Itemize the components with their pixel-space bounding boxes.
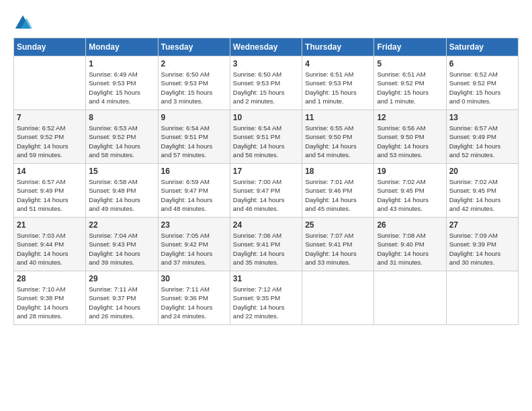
day-number: 26: [377, 220, 443, 230]
day-number: 20: [449, 167, 515, 176]
day-content: Sunrise: 7:10 AM Sunset: 9:38 PM Dayligh…: [17, 285, 83, 320]
day-number: 14: [17, 167, 83, 176]
day-number: 7: [17, 113, 83, 122]
day-number: 3: [233, 59, 299, 68]
day-content: Sunrise: 6:53 AM Sunset: 9:52 PM Dayligh…: [89, 124, 154, 159]
day-number: 24: [233, 220, 299, 230]
day-content: Sunrise: 7:02 AM Sunset: 9:45 PM Dayligh…: [449, 177, 515, 213]
day-content: Sunrise: 6:54 AM Sunset: 9:51 PM Dayligh…: [233, 124, 299, 159]
weekday-header-tuesday: Tuesday: [158, 38, 230, 56]
day-number: 17: [233, 167, 299, 176]
day-number: 6: [449, 59, 515, 68]
day-number: 21: [17, 220, 83, 230]
weekday-header-thursday: Thursday: [302, 38, 374, 56]
day-number: 28: [17, 274, 83, 283]
day-content: Sunrise: 7:06 AM Sunset: 9:41 PM Dayligh…: [233, 231, 299, 267]
day-content: Sunrise: 6:55 AM Sunset: 9:50 PM Dayligh…: [305, 124, 371, 159]
day-content: Sunrise: 6:49 AM Sunset: 9:53 PM Dayligh…: [89, 70, 154, 105]
day-number: 13: [449, 113, 515, 122]
calendar-cell: 6Sunrise: 6:52 AM Sunset: 9:52 PM Daylig…: [446, 56, 518, 110]
day-content: Sunrise: 6:50 AM Sunset: 9:53 PM Dayligh…: [161, 70, 227, 105]
day-number: 1: [89, 59, 154, 68]
day-content: Sunrise: 6:59 AM Sunset: 9:47 PM Dayligh…: [161, 177, 227, 213]
calendar-week-2: 7Sunrise: 6:52 AM Sunset: 9:52 PM Daylig…: [14, 110, 519, 164]
day-number: 2: [161, 59, 227, 68]
day-number: 27: [449, 220, 515, 230]
calendar-cell: 18Sunrise: 7:01 AM Sunset: 9:46 PM Dayli…: [302, 164, 374, 218]
calendar-cell: [446, 271, 518, 325]
calendar-week-3: 14Sunrise: 6:57 AM Sunset: 9:49 PM Dayli…: [14, 164, 519, 218]
day-number: 15: [89, 167, 154, 176]
weekday-header-friday: Friday: [374, 38, 446, 56]
day-number: 9: [161, 113, 227, 122]
calendar-cell: 12Sunrise: 6:56 AM Sunset: 9:50 PM Dayli…: [374, 110, 446, 164]
day-content: Sunrise: 6:54 AM Sunset: 9:51 PM Dayligh…: [161, 124, 227, 159]
day-content: Sunrise: 7:01 AM Sunset: 9:46 PM Dayligh…: [305, 177, 371, 213]
calendar-week-5: 28Sunrise: 7:10 AM Sunset: 9:38 PM Dayli…: [14, 271, 519, 325]
day-content: Sunrise: 7:11 AM Sunset: 9:37 PM Dayligh…: [89, 285, 154, 320]
weekday-header-sunday: Sunday: [14, 38, 86, 56]
day-content: Sunrise: 7:03 AM Sunset: 9:44 PM Dayligh…: [17, 231, 83, 267]
day-content: Sunrise: 6:57 AM Sunset: 9:49 PM Dayligh…: [17, 177, 83, 213]
day-number: 18: [305, 167, 371, 176]
day-content: Sunrise: 7:07 AM Sunset: 9:41 PM Dayligh…: [305, 231, 371, 267]
day-number: 19: [377, 167, 443, 176]
calendar-cell: [302, 271, 374, 325]
calendar-cell: 9Sunrise: 6:54 AM Sunset: 9:51 PM Daylig…: [158, 110, 230, 164]
day-content: Sunrise: 7:08 AM Sunset: 9:40 PM Dayligh…: [377, 231, 443, 267]
calendar-week-1: 1Sunrise: 6:49 AM Sunset: 9:53 PM Daylig…: [14, 56, 519, 110]
day-content: Sunrise: 7:04 AM Sunset: 9:43 PM Dayligh…: [89, 231, 154, 267]
calendar-cell: 25Sunrise: 7:07 AM Sunset: 9:41 PM Dayli…: [302, 218, 374, 271]
day-content: Sunrise: 6:52 AM Sunset: 9:52 PM Dayligh…: [17, 124, 83, 159]
calendar-cell: 24Sunrise: 7:06 AM Sunset: 9:41 PM Dayli…: [230, 218, 302, 271]
day-content: Sunrise: 6:51 AM Sunset: 9:52 PM Dayligh…: [377, 70, 443, 105]
calendar-week-4: 21Sunrise: 7:03 AM Sunset: 9:44 PM Dayli…: [14, 218, 519, 271]
day-number: 4: [305, 59, 371, 68]
calendar-cell: 30Sunrise: 7:11 AM Sunset: 9:36 PM Dayli…: [158, 271, 230, 325]
calendar-cell: 3Sunrise: 6:50 AM Sunset: 9:53 PM Daylig…: [230, 56, 302, 110]
calendar-cell: 11Sunrise: 6:55 AM Sunset: 9:50 PM Dayli…: [302, 110, 374, 164]
day-content: Sunrise: 7:11 AM Sunset: 9:36 PM Dayligh…: [161, 285, 227, 320]
calendar-cell: 31Sunrise: 7:12 AM Sunset: 9:35 PM Dayli…: [230, 271, 302, 325]
logo-icon: [13, 13, 32, 32]
day-content: Sunrise: 6:57 AM Sunset: 9:49 PM Dayligh…: [449, 124, 515, 159]
day-content: Sunrise: 7:09 AM Sunset: 9:39 PM Dayligh…: [449, 231, 515, 267]
calendar-cell: 29Sunrise: 7:11 AM Sunset: 9:37 PM Dayli…: [86, 271, 158, 325]
day-number: 16: [161, 167, 227, 176]
day-number: 29: [89, 274, 154, 283]
calendar-cell: 28Sunrise: 7:10 AM Sunset: 9:38 PM Dayli…: [14, 271, 86, 325]
calendar-cell: 13Sunrise: 6:57 AM Sunset: 9:49 PM Dayli…: [446, 110, 518, 164]
day-number: 30: [161, 274, 227, 283]
calendar-cell: 7Sunrise: 6:52 AM Sunset: 9:52 PM Daylig…: [14, 110, 86, 164]
calendar-cell: 15Sunrise: 6:58 AM Sunset: 9:48 PM Dayli…: [86, 164, 158, 218]
calendar-cell: 26Sunrise: 7:08 AM Sunset: 9:40 PM Dayli…: [374, 218, 446, 271]
calendar-cell: 22Sunrise: 7:04 AM Sunset: 9:43 PM Dayli…: [86, 218, 158, 271]
day-content: Sunrise: 6:50 AM Sunset: 9:53 PM Dayligh…: [233, 70, 299, 105]
calendar-table: SundayMondayTuesdayWednesdayThursdayFrid…: [13, 38, 519, 325]
day-number: 8: [89, 113, 154, 122]
calendar-cell: 8Sunrise: 6:53 AM Sunset: 9:52 PM Daylig…: [86, 110, 158, 164]
calendar-cell: 17Sunrise: 7:00 AM Sunset: 9:47 PM Dayli…: [230, 164, 302, 218]
day-number: 12: [377, 113, 443, 122]
calendar-cell: 23Sunrise: 7:05 AM Sunset: 9:42 PM Dayli…: [158, 218, 230, 271]
calendar-cell: 27Sunrise: 7:09 AM Sunset: 9:39 PM Dayli…: [446, 218, 518, 271]
logo: [13, 13, 35, 32]
day-number: 23: [161, 220, 227, 230]
calendar-cell: 21Sunrise: 7:03 AM Sunset: 9:44 PM Dayli…: [14, 218, 86, 271]
day-number: 10: [233, 113, 299, 122]
calendar-cell: 5Sunrise: 6:51 AM Sunset: 9:52 PM Daylig…: [374, 56, 446, 110]
calendar-cell: 10Sunrise: 6:54 AM Sunset: 9:51 PM Dayli…: [230, 110, 302, 164]
weekday-header-wednesday: Wednesday: [230, 38, 302, 56]
day-number: 22: [89, 220, 154, 230]
day-content: Sunrise: 7:00 AM Sunset: 9:47 PM Dayligh…: [233, 177, 299, 213]
calendar-cell: 14Sunrise: 6:57 AM Sunset: 9:49 PM Dayli…: [14, 164, 86, 218]
calendar-cell: [14, 56, 86, 110]
day-content: Sunrise: 7:12 AM Sunset: 9:35 PM Dayligh…: [233, 285, 299, 320]
calendar-cell: [374, 271, 446, 325]
day-content: Sunrise: 6:51 AM Sunset: 9:53 PM Dayligh…: [305, 70, 371, 105]
day-content: Sunrise: 6:58 AM Sunset: 9:48 PM Dayligh…: [89, 177, 154, 213]
day-number: 11: [305, 113, 371, 122]
day-number: 31: [233, 274, 299, 283]
day-content: Sunrise: 6:56 AM Sunset: 9:50 PM Dayligh…: [377, 124, 443, 159]
weekday-header-monday: Monday: [86, 38, 158, 56]
